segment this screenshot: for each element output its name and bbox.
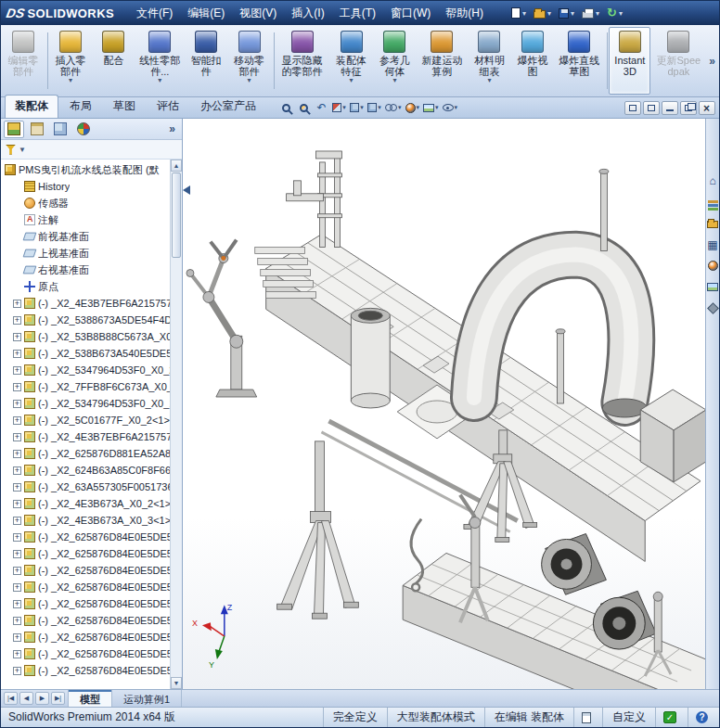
- tree-item[interactable]: (-) _X2_538B673A540E5DE54: [1, 345, 170, 362]
- zoom-fit-button[interactable]: [278, 99, 294, 116]
- tree-item[interactable]: (-) _X2_4E3B7EBF6A215757_: [1, 428, 170, 445]
- instant3d-button[interactable]: Instant3D: [609, 27, 650, 95]
- expand-icon[interactable]: [13, 316, 21, 325]
- minimize-button[interactable]: [662, 101, 678, 115]
- view-settings-button[interactable]: [442, 99, 459, 116]
- ribbon-tab[interactable]: 草图: [103, 95, 146, 118]
- ribbon-tab[interactable]: 布局: [59, 95, 102, 118]
- solidworks-resources-button[interactable]: [707, 174, 719, 186]
- view-palette-button[interactable]: [707, 238, 719, 250]
- ribbon-tab[interactable]: 装配体: [5, 95, 58, 118]
- expand-icon[interactable]: [13, 500, 21, 508]
- tree-item[interactable]: (-) _X2_625876D84E0E5DE54: [1, 645, 170, 662]
- menu-item[interactable]: 窗口(W): [383, 2, 438, 25]
- tree-item[interactable]: (-) _X2_5347964D53F0_X0_2: [1, 362, 170, 378]
- expand-icon[interactable]: [13, 350, 21, 358]
- tree-item[interactable]: 传感器: [1, 195, 170, 211]
- tree-item[interactable]: 前视基准面: [1, 228, 170, 245]
- exploded-view-button[interactable]: 爆炸视图: [511, 27, 553, 95]
- panel-overflow-button[interactable]: »: [165, 122, 179, 135]
- expand-icon[interactable]: [13, 333, 21, 341]
- expand-icon[interactable]: [13, 550, 21, 558]
- expand-icon[interactable]: [13, 633, 21, 642]
- ribbon-tab[interactable]: 评估: [147, 95, 189, 118]
- bill-of-materials-button[interactable]: 材料明细表: [468, 27, 510, 95]
- tree-item[interactable]: (-) _X2_625876D84E0E5DE54: [1, 529, 170, 545]
- tree-item[interactable]: (-) _X2_625876D84E0E5DE54: [1, 579, 170, 595]
- tree-item[interactable]: (-) _X2_625876D881EA52A87: [1, 445, 170, 462]
- ribbon-tab[interactable]: 办公室产品: [190, 95, 266, 118]
- tree-item[interactable]: (-) _X2_4E3B7EBF6A215757_: [1, 295, 170, 312]
- pane-single-button[interactable]: [643, 101, 660, 115]
- expand-icon[interactable]: [13, 400, 21, 408]
- tree-item[interactable]: (-) _X2_4E3B673A_X0_3<1>: [1, 512, 170, 529]
- document-tab[interactable]: 运动算例1: [112, 690, 182, 707]
- open-folder-button[interactable]: ▾: [532, 4, 553, 22]
- expand-icon[interactable]: [13, 466, 21, 475]
- document-tab[interactable]: 模型: [68, 690, 112, 707]
- menu-item[interactable]: 文件(F): [129, 2, 180, 25]
- display-style-button[interactable]: [366, 99, 382, 116]
- explode-line-sketch-button[interactable]: 爆炸直线草图: [554, 27, 604, 95]
- configurationmanager-tab[interactable]: [50, 121, 71, 138]
- scroll-up-button[interactable]: [171, 160, 182, 172]
- expand-icon[interactable]: [13, 433, 21, 441]
- update-speedpak-button[interactable]: 更新Speedpak: [651, 27, 705, 95]
- displaymanager-tab[interactable]: [73, 121, 94, 138]
- expand-icon[interactable]: [13, 383, 21, 391]
- tree-item[interactable]: (-) _X2_53B8B88C5673A_X0_<: [1, 328, 170, 345]
- expand-icon[interactable]: [13, 416, 21, 425]
- apply-scene-button[interactable]: [422, 99, 440, 116]
- propertymanager-tab[interactable]: [27, 121, 47, 138]
- tree-item[interactable]: (-) _X2_625876D84E0E5DE54: [1, 562, 170, 579]
- expand-icon[interactable]: [13, 667, 21, 675]
- menu-item[interactable]: 插入(I): [284, 2, 331, 25]
- tree-item[interactable]: (-) _X2_624B63A85C0F8F66_: [1, 462, 170, 479]
- featuremanager-tree-tab[interactable]: [4, 121, 24, 138]
- tree-item[interactable]: (-) _X2_625876D84E0E5DE54: [1, 612, 170, 629]
- print-button[interactable]: ▾: [580, 4, 601, 22]
- previous-view-button[interactable]: [314, 99, 329, 116]
- tree-item[interactable]: (-) _X2_5347964D53F0_X0_1: [1, 395, 170, 412]
- tree-item[interactable]: 原点: [1, 278, 170, 295]
- edit-component-button[interactable]: 编辑零部件: [2, 27, 45, 95]
- appearances-button[interactable]: [707, 260, 719, 272]
- design-library-button[interactable]: [707, 196, 719, 208]
- insert-components-button[interactable]: 插入零部件: [49, 27, 92, 95]
- expand-icon[interactable]: [13, 533, 21, 542]
- scrollbar-track[interactable]: [171, 172, 182, 677]
- smart-fasteners-button[interactable]: 智能扣件: [186, 27, 227, 95]
- save-button[interactable]: ▾: [557, 4, 576, 22]
- new-motion-study-button[interactable]: 新建运动算例: [417, 27, 467, 95]
- restore-button[interactable]: [680, 101, 697, 115]
- expand-icon[interactable]: [13, 600, 21, 608]
- tree-item[interactable]: (-) _X2_625876D84E0E5DE54: [1, 595, 170, 612]
- toolbar-overflow-button[interactable]: »: [706, 55, 718, 68]
- expand-icon[interactable]: [13, 583, 21, 592]
- menu-item[interactable]: 视图(V): [232, 2, 284, 25]
- tree-item[interactable]: (-) _X2_7FFB8F6C673A_X0_<: [1, 378, 170, 395]
- tree-item[interactable]: History: [1, 178, 170, 195]
- tree-item[interactable]: 上视基准面: [1, 245, 170, 262]
- menu-item[interactable]: 工具(T): [332, 2, 383, 25]
- tab-nav-button[interactable]: ▶: [35, 692, 49, 705]
- tree-item[interactable]: (-) _X2_4E3B673A_X0_2<1>: [1, 495, 170, 512]
- pane-split-button[interactable]: [624, 101, 641, 115]
- tab-nav-button[interactable]: |◀: [4, 692, 18, 705]
- zoom-area-button[interactable]: [296, 99, 312, 116]
- file-explorer-button[interactable]: [707, 217, 719, 229]
- menu-item[interactable]: 帮助(H): [438, 2, 491, 25]
- tree-item[interactable]: (-) _X2_5C01677F_X0_2<1>: [1, 412, 170, 428]
- hide-show-items-button[interactable]: [384, 99, 403, 116]
- tree-item[interactable]: 右视基准面: [1, 262, 170, 278]
- tree-item[interactable]: (-) _X2_63A557305F0051736: [1, 479, 170, 495]
- tab-nav-button[interactable]: ◀: [19, 692, 33, 705]
- tree-item[interactable]: (-) _X2_625876D84E0E5DE54: [1, 629, 170, 645]
- reference-geometry-button[interactable]: 参考几何体: [374, 27, 417, 95]
- menu-item[interactable]: 编辑(E): [180, 2, 232, 25]
- tab-nav-button[interactable]: ▶|: [51, 692, 65, 705]
- section-view-button[interactable]: [331, 99, 347, 116]
- rebuild-button[interactable]: ▾: [605, 4, 624, 22]
- expand-icon[interactable]: [13, 366, 21, 375]
- view-orientation-button[interactable]: [349, 99, 365, 116]
